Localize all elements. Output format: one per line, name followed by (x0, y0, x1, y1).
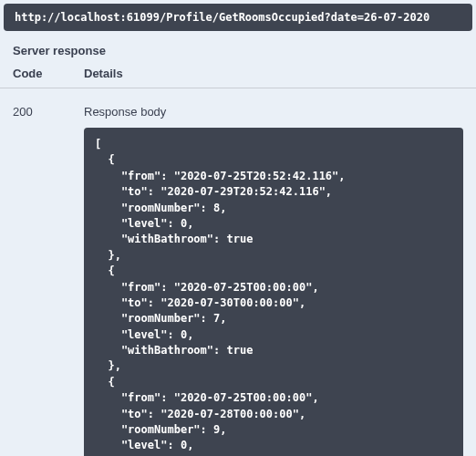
response-body-label: Response body (84, 105, 463, 119)
details-column-header: Details (84, 67, 463, 80)
code-column-header: Code (13, 67, 84, 80)
request-url: http://localhost:61099/Profile/GetRoomsO… (4, 4, 472, 31)
response-body-json[interactable]: [ { "from": "2020-07-25T20:52:42.116", "… (84, 128, 463, 456)
response-row: 200 Response body [ { "from": "2020-07-2… (0, 88, 476, 456)
status-code: 200 (13, 105, 84, 456)
server-response-label: Server response (0, 31, 476, 67)
response-details: Response body [ { "from": "2020-07-25T20… (84, 105, 463, 456)
response-table-header: Code Details (0, 67, 476, 88)
